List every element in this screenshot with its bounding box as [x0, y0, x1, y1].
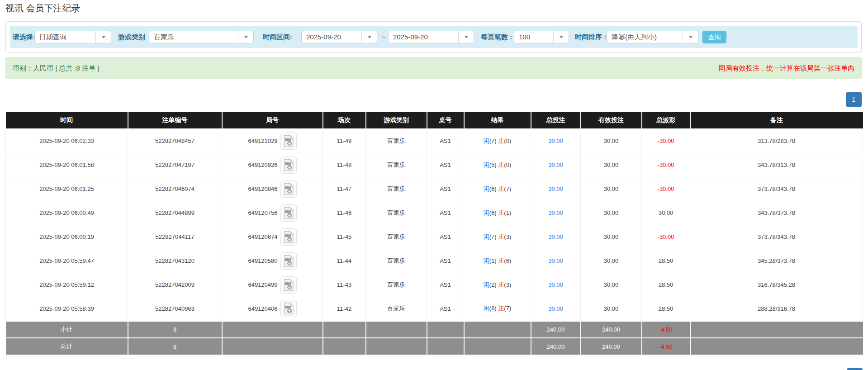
chevron-down-icon[interactable] — [361, 31, 377, 43]
cell-remark: 316.78/345.28 — [690, 273, 863, 297]
cell-total-bet[interactable]: 30.00 — [531, 153, 581, 177]
chevron-down-icon[interactable] — [553, 31, 569, 43]
cell-bet-id: 522827040963 — [128, 297, 222, 321]
cell-game: 百家乐 — [366, 225, 427, 249]
cell-round-id: 649120406 — [222, 297, 323, 321]
currency-summary-text: 币别：人民币 | 总共 :8 注单 | — [13, 64, 99, 72]
cell-round-id: 649120756 — [222, 201, 323, 225]
video-replay-button[interactable] — [280, 228, 297, 246]
total-payout: -4.50 — [642, 338, 690, 355]
col-payout: 总派彩 — [642, 112, 690, 129]
cell-result: 闲(7) 庄(0) — [464, 129, 531, 153]
cell-session: 11-49 — [323, 129, 366, 153]
subtotal-valid-bet: 240.00 — [581, 321, 642, 338]
table-body: 2025-09-20 06:02:33 522827048457 6491210… — [6, 129, 863, 321]
video-file-icon — [283, 279, 294, 291]
cell-total-bet[interactable]: 30.00 — [531, 177, 581, 201]
cell-bet-id: 522827046074 — [128, 177, 222, 201]
notice-text: 同局有效投注，统一计算在该局第一张注单内 — [719, 64, 854, 72]
cell-total-bet[interactable]: 30.00 — [531, 249, 581, 273]
video-file-icon — [283, 207, 294, 219]
table-row: 2025-09-20 05:59:12 522827042009 6491204… — [6, 273, 863, 297]
query-type-select[interactable]: 日期查询 — [34, 31, 111, 43]
cell-round-id: 649120674 — [222, 225, 323, 249]
cell-valid-bet: 30.00 — [581, 153, 642, 177]
video-replay-button[interactable] — [280, 300, 297, 317]
video-replay-button[interactable] — [280, 157, 297, 174]
chevron-down-icon[interactable] — [458, 31, 474, 43]
cell-valid-bet: 30.00 — [581, 177, 642, 201]
col-remark: 备注 — [690, 112, 863, 129]
cell-total-bet[interactable]: 30.00 — [531, 129, 581, 153]
total-valid-bet: 240.00 — [581, 338, 642, 355]
video-replay-button[interactable] — [280, 133, 297, 150]
video-replay-button[interactable] — [280, 180, 297, 198]
subtotal-label: 小计 — [6, 321, 128, 338]
subtotal-payout: -4.50 — [642, 321, 690, 338]
cell-total-bet[interactable]: 30.00 — [531, 201, 581, 225]
cell-payout: 28.50 — [642, 273, 690, 297]
cell-bet-id: 522827043120 — [128, 249, 222, 273]
video-replay-button[interactable] — [280, 276, 297, 294]
pagination-page-1-top[interactable]: 1 — [846, 92, 862, 107]
cell-total-bet[interactable]: 30.00 — [531, 297, 581, 321]
select-label: 请选择: — [13, 33, 35, 41]
game-type-value: 百家乐 — [154, 31, 174, 43]
col-session: 场次 — [323, 112, 366, 129]
table-row: 2025-09-20 06:00:49 522827044899 6491207… — [6, 201, 863, 225]
chevron-down-icon[interactable] — [683, 31, 698, 43]
cell-result: 闲(1) 庄(6) — [464, 249, 531, 273]
col-total-bet: 总投注 — [531, 112, 581, 129]
cell-total-bet[interactable]: 30.00 — [531, 225, 581, 249]
cell-result: 闲(7) 庄(3) — [464, 225, 531, 249]
subtotal-total-bet: 240.00 — [531, 321, 581, 338]
cell-table: AS1 — [427, 273, 464, 297]
sort-value: 降幂(由大到小) — [612, 31, 657, 43]
range-separator: ~ — [382, 33, 385, 41]
video-replay-button[interactable] — [280, 204, 297, 222]
video-replay-button[interactable] — [280, 252, 297, 270]
cell-round-id: 649120580 — [222, 249, 323, 273]
cell-table: AS1 — [427, 225, 464, 249]
cell-session: 11-46 — [323, 201, 366, 225]
total-label: 总计 — [6, 338, 128, 355]
table-row: 2025-09-20 05:58:39 522827040963 6491204… — [6, 297, 863, 321]
chevron-down-icon[interactable] — [95, 31, 111, 43]
pagination-page-1-bottom[interactable]: 1 — [847, 368, 863, 370]
search-button[interactable]: 查询 — [702, 31, 726, 43]
cell-round-id: 649120846 — [222, 177, 323, 201]
cell-game: 百家乐 — [366, 177, 427, 201]
cell-round-id: 649121029 — [222, 129, 323, 153]
total-count: 8 — [128, 338, 222, 355]
cell-game: 百家乐 — [366, 153, 427, 177]
sort-select[interactable]: 降幂(由大到小) — [607, 31, 698, 43]
cell-remark: 343.78/313.78 — [690, 153, 863, 177]
cell-remark: 343.78/373.78 — [690, 201, 863, 225]
subtotal-count: 8 — [128, 321, 222, 338]
cell-time: 2025-09-20 06:00:49 — [6, 201, 128, 225]
cell-remark: 373.78/343.78 — [690, 225, 863, 249]
date-from-select[interactable]: 2025-09-20 — [301, 31, 377, 43]
cell-session: 11-43 — [323, 273, 366, 297]
cell-bet-id: 522827042009 — [128, 273, 222, 297]
col-bet-id: 注单编号 — [128, 112, 222, 129]
cell-valid-bet: 30.00 — [581, 273, 642, 297]
cell-remark: 313.78/283.78 — [690, 129, 863, 153]
bet-records-table: 时间 注单编号 局号 场次 游戏类别 桌号 结果 总投注 有效投注 总派彩 备注… — [5, 112, 863, 356]
chevron-down-icon[interactable] — [238, 31, 253, 43]
cell-valid-bet: 30.00 — [581, 297, 642, 321]
cell-result: 闲(6) 庄(7) — [464, 297, 531, 321]
cell-payout: 28.50 — [642, 297, 690, 321]
cell-total-bet[interactable]: 30.00 — [531, 273, 581, 297]
date-to-select[interactable]: 2025-09-20 — [388, 31, 474, 43]
cell-remark: 345.28/373.78 — [690, 249, 863, 273]
cell-payout: -30.00 — [642, 225, 690, 249]
page-size-select[interactable]: 100 — [514, 31, 569, 43]
cell-time: 2025-09-20 05:59:47 — [6, 249, 128, 273]
video-file-icon — [283, 302, 294, 315]
col-valid-bet: 有效投注 — [581, 112, 642, 129]
video-file-icon — [283, 255, 294, 267]
video-file-icon — [283, 231, 294, 243]
date-from-value: 2025-09-20 — [306, 31, 341, 43]
game-type-select[interactable]: 百家乐 — [149, 31, 254, 43]
